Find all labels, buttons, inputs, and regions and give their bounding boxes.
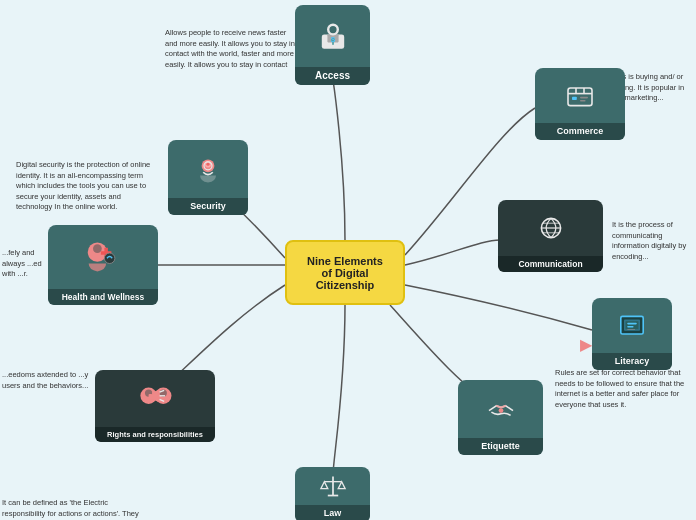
rights-icon-area [95,370,215,427]
access-description: Allows people to receive news faster and… [165,28,295,70]
node-security[interactable]: Security [168,140,248,215]
communication-label: Communication [498,256,603,272]
communication-description: It is the process of communicating infor… [612,220,696,262]
svg-rect-11 [580,96,588,98]
etiquette-icon-area [458,380,543,438]
node-communication[interactable]: Communication [498,200,603,272]
svg-rect-6 [568,88,592,106]
svg-point-23 [104,253,115,264]
svg-rect-12 [580,100,586,102]
node-literacy[interactable]: Literacy [592,298,672,370]
svg-rect-26 [626,321,639,329]
node-etiquette[interactable]: Etiquette [458,380,543,455]
center-node: Nine Elements of Digital Citizenship [285,240,405,305]
center-line2: of Digital [307,267,383,279]
svg-rect-34 [149,393,153,398]
security-icon-area [168,140,248,198]
commerce-icon-area [535,68,625,123]
access-icon-area: $ [295,5,370,67]
access-label: Access [295,67,370,85]
svg-rect-10 [572,96,577,99]
literacy-icon-area [592,298,672,353]
law-description: It can be defined as 'the Electric respo… [2,498,147,520]
etiquette-label: Etiquette [458,438,543,455]
health-label: Health and Wellness [48,289,158,305]
commerce-label: Commerce [535,123,625,140]
svg-point-15 [206,163,209,166]
rights-label: Rights and responsibilities [95,427,215,442]
literacy-arrow: ▶ [580,335,592,354]
security-label: Security [168,198,248,215]
svg-point-2 [328,25,338,35]
svg-point-35 [498,408,503,413]
security-description: Digital security is the protection of on… [16,160,156,213]
communication-icon-area [498,200,603,256]
node-commerce[interactable]: Commerce [535,68,625,140]
law-icon-area [295,467,370,505]
law-label: Law [295,505,370,520]
rights-description: ...eedoms axtended to ...y users and the… [2,370,92,391]
svg-rect-29 [627,329,635,330]
svg-point-22 [93,245,102,254]
literacy-label: Literacy [592,353,672,370]
etiquette-description: Rules are set for correct behavior that … [555,368,693,410]
node-health[interactable]: Health and Wellness [48,225,158,305]
svg-text:$: $ [330,35,335,44]
node-rights[interactable]: Rights and responsibilities [95,370,215,442]
node-access[interactable]: $ Access [295,5,370,85]
svg-rect-27 [627,322,637,324]
health-description: ...fely and always ...ed with ...r. [2,248,46,280]
center-line1: Nine Elements [307,255,383,267]
svg-rect-28 [627,326,633,328]
center-line3: Citizenship [307,279,383,291]
node-law[interactable]: Law [295,467,370,520]
health-icon-area [48,225,158,289]
